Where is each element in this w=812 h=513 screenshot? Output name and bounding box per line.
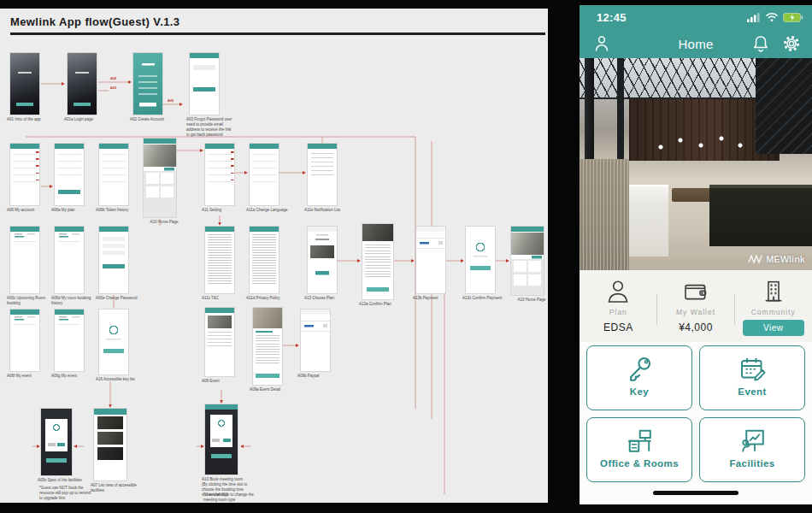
key-card[interactable]: Key: [586, 345, 692, 410]
home-indicator[interactable]: [653, 491, 738, 495]
flow-screen[interactable]: A06f My event: [10, 310, 39, 371]
flow-screen[interactable]: A11e Notification List: [308, 144, 337, 205]
flow-screen[interactable]: A06a My plan: [55, 144, 84, 205]
flow-screen[interactable]: A09 Event: [205, 308, 234, 376]
flow-screen-label: A01 Intro of the app: [7, 117, 55, 122]
flow-screen-label: A11a Change Language: [246, 208, 294, 213]
flow-screen-label: A11 Setting: [202, 208, 250, 213]
flow-screen[interactable]: A05n Spec of the facilities: [41, 409, 72, 475]
flow-screen-label: A06a My plan: [51, 208, 99, 213]
flow-screen-label: A06b Token history: [96, 208, 144, 213]
view-button[interactable]: View: [743, 320, 804, 336]
card-label: Office & Rooms: [600, 458, 679, 469]
flow-note: *Guest can NOT book the resource will po…: [39, 486, 92, 501]
flow-screen-label: A13c Confirm Payment: [462, 296, 510, 301]
flow-screen[interactable]: A09b Paypal: [301, 310, 330, 371]
flow-title: Mewlink App flow(Guest) V.1.3: [10, 15, 179, 28]
photo-lights: [580, 58, 812, 270]
flow-screen-label: A06g My event: [51, 374, 99, 379]
notifications-button[interactable]: [750, 33, 771, 54]
flow-note: *User can slide to change the meeting ro…: [203, 492, 256, 503]
flow-screen-label: A11e Notification List: [304, 208, 352, 213]
flow-screen-label: A10 Home Page: [140, 220, 188, 225]
flow-screen-label: A09 Event: [202, 379, 250, 384]
flow-screen[interactable]: A06 My account: [10, 144, 39, 205]
flow-canvas: Mewlink App flow(Guest) V.1.3: [0, 9, 548, 503]
flow-screen[interactable]: A13 Choose Plan: [308, 227, 337, 293]
status-icons: [747, 12, 803, 22]
event-card[interactable]: Event: [699, 345, 805, 410]
flow-screen-label: A06e Change Password: [96, 296, 144, 301]
battery-icon: [783, 13, 803, 22]
flow-screen-label: A13b Payment: [413, 296, 461, 301]
flow-screen[interactable]: A06c Upcoming Room booking: [10, 227, 39, 293]
office-desk-icon: [624, 425, 655, 456]
flow-screen-label: A07 List view of accessible facilities: [91, 483, 138, 493]
flow-screen[interactable]: A10 Home Page: [144, 139, 176, 217]
flow-screen-label: A11c T&C: [202, 296, 250, 301]
wallet-summary: My Wallet ¥4,000: [657, 270, 735, 342]
arrow-label: A02: [110, 76, 116, 80]
flow-screen[interactable]: A11a Change Language: [250, 144, 279, 205]
flow-screen[interactable]: A11d Privacy Policy: [250, 227, 279, 293]
flow-screen-label: A10 Home Page: [508, 298, 548, 303]
flow-screen[interactable]: A03 Forgot Password user need to provide…: [190, 53, 219, 115]
flow-screen[interactable]: A10 Book meeting room (By clicking the t…: [205, 404, 238, 475]
wifi-icon: [765, 12, 779, 22]
flow-screen[interactable]: A11c T&C: [205, 227, 234, 293]
calendar-icon: [737, 353, 768, 384]
flow-screen-label: A01a Login page: [64, 117, 112, 122]
flow-screen-label: A09a Event Detail: [250, 387, 297, 392]
flow-screen[interactable]: A07 List view of accessible facilities: [94, 409, 127, 481]
divider: [656, 294, 657, 325]
divider: [734, 294, 735, 325]
flow-screen[interactable]: A11 Setting: [205, 144, 234, 205]
flow-screen-label: A02 Create Account: [130, 117, 178, 122]
flow-screen-label: A11d Privacy Policy: [246, 296, 294, 301]
flow-screen[interactable]: A13b Payment: [416, 227, 445, 293]
wallet-value: ¥4,000: [679, 321, 713, 333]
flow-screen-label: A06d My room booking history: [51, 296, 99, 306]
plan-value: EDSA: [603, 321, 633, 333]
flow-screen-label: A06f My event: [7, 374, 55, 379]
flow-screen[interactable]: A06g My event: [55, 310, 84, 371]
flow-screen[interactable]: A06e Change Password: [99, 227, 128, 293]
settings-button[interactable]: [781, 33, 802, 54]
flow-screen-label: A06 My account: [7, 208, 55, 213]
flow-screen[interactable]: A06d My room booking history: [55, 227, 84, 293]
app-header: 12:45 Home: [580, 5, 812, 58]
card-label: Facilities: [729, 458, 774, 469]
flow-screen[interactable]: A01 Intro of the app: [10, 53, 39, 115]
flow-screen[interactable]: A13a Confirm Plan: [362, 224, 393, 299]
mewlink-logo-icon: [748, 255, 763, 263]
flow-screen[interactable]: A02 Create Account: [133, 53, 162, 115]
flow-screen[interactable]: A16 Accessible key list: [99, 310, 128, 374]
wallet-label: My Wallet: [676, 308, 715, 316]
flow-screen[interactable]: A10 Home Page: [511, 227, 544, 295]
flow-screen[interactable]: A06b Token history: [99, 144, 128, 205]
flow-screen-label: A05n Spec of the facilities: [38, 478, 85, 483]
community-label: Community: [751, 308, 796, 316]
office-rooms-card[interactable]: Office & Rooms: [586, 417, 692, 482]
flow-screen-label: A13a Confirm Plan: [359, 302, 407, 307]
facilities-card[interactable]: Facilities: [699, 417, 805, 482]
title-divider: [10, 32, 545, 35]
watermark: MEWlink: [748, 254, 805, 264]
wallet-icon: [682, 278, 709, 305]
bell-icon: [750, 33, 771, 54]
arrow-label: A05: [168, 98, 174, 103]
card-label: Key: [630, 386, 649, 397]
flow-screen-label: A16 Accessible key list: [96, 377, 144, 382]
hero-photo: MEWlink: [580, 58, 812, 270]
flow-screen-label: A13 Choose Plan: [304, 296, 352, 301]
gear-icon: [781, 33, 802, 54]
flow-screen[interactable]: A13c Confirm Payment: [466, 227, 495, 293]
account-summary: Plan EDSA My Wallet ¥4,000 Community Vie…: [580, 270, 812, 342]
flow-screen[interactable]: A09a Event Detail: [253, 308, 282, 385]
status-time: 12:45: [597, 11, 627, 24]
flow-screen-label: A06c Upcoming Room booking: [7, 296, 55, 306]
presentation-icon: [737, 425, 768, 456]
flow-screen[interactable]: A01a Login page: [68, 53, 97, 115]
feature-cards: Key Event Office & Rooms Facilities: [580, 342, 812, 489]
plan-label: Plan: [609, 308, 627, 316]
